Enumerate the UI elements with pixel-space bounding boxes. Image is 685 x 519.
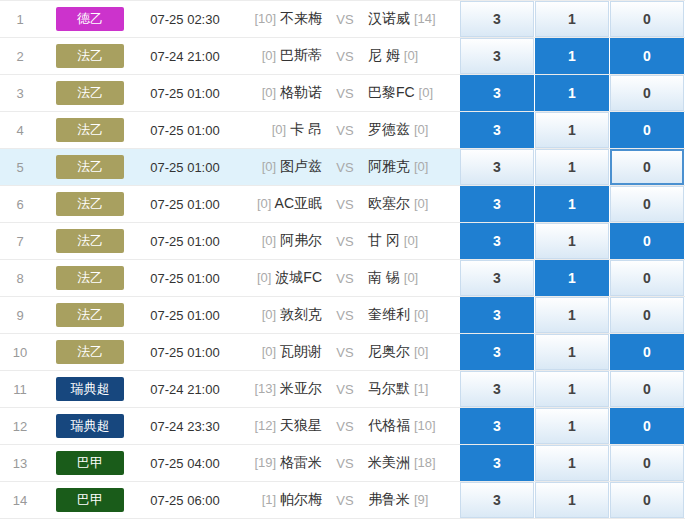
odds-cell-win[interactable]: 3 <box>460 482 535 518</box>
home-team[interactable]: 图卢兹 <box>280 158 322 174</box>
odds-cell-win[interactable]: 3 <box>460 75 535 111</box>
away-team[interactable]: 米美洲 <box>368 454 410 470</box>
league-cell: 巴甲 <box>40 482 140 518</box>
league-badge[interactable]: 法乙 <box>56 44 124 68</box>
home-rank: [0] <box>272 122 286 137</box>
away-team[interactable]: 奎维利 <box>368 306 410 322</box>
away-team[interactable]: 阿雅克 <box>368 158 410 174</box>
league-badge[interactable]: 瑞典超 <box>56 377 124 401</box>
home-team[interactable]: 阿弗尔 <box>280 232 322 248</box>
odds-cell-lose[interactable]: 0 <box>610 482 685 518</box>
away-side: 阿雅克 [0] <box>368 158 460 176</box>
odds-cell-draw[interactable]: 1 <box>535 1 610 37</box>
league-badge[interactable]: 法乙 <box>56 118 124 142</box>
odds-cell-draw[interactable]: 1 <box>535 334 610 370</box>
odds-cell-draw[interactable]: 1 <box>535 75 610 111</box>
row-number: 3 <box>0 75 40 111</box>
league-cell: 法乙 <box>40 149 140 185</box>
table-row: 6 法乙 07-25 01:00 [0] AC亚眠 VS 欧塞尔 [0] 3 1… <box>0 186 685 223</box>
odds-cell-draw[interactable]: 1 <box>535 297 610 333</box>
away-rank: [0] <box>404 233 418 248</box>
odds-cell-lose[interactable]: 0 <box>610 408 685 444</box>
home-team[interactable]: 不来梅 <box>280 10 322 26</box>
league-badge[interactable]: 巴甲 <box>56 488 124 512</box>
odds-cell-draw[interactable]: 1 <box>535 38 610 74</box>
odds-cell-draw[interactable]: 1 <box>535 371 610 407</box>
away-team[interactable]: 尼 姆 <box>368 47 400 63</box>
odds-cell-lose[interactable]: 0 <box>610 75 685 111</box>
league-badge[interactable]: 法乙 <box>56 266 124 290</box>
odds-cell-lose[interactable]: 0 <box>610 371 685 407</box>
match-time: 07-25 01:00 <box>140 75 230 111</box>
away-rank: [1] <box>414 381 428 396</box>
odds-cell-draw[interactable]: 1 <box>535 112 610 148</box>
odds-cell-lose[interactable]: 0 <box>610 334 685 370</box>
odds-cell-lose[interactable]: 0 <box>610 186 685 222</box>
odds-cell-win[interactable]: 3 <box>460 260 535 296</box>
away-team[interactable]: 马尔默 <box>368 380 410 396</box>
league-badge[interactable]: 瑞典超 <box>56 414 124 438</box>
match-time: 07-25 02:30 <box>140 1 230 37</box>
away-team[interactable]: 甘 冈 <box>368 232 400 248</box>
home-team[interactable]: 卡 昂 <box>290 121 322 137</box>
match-teams: [0] 格勒诺 VS 巴黎FC [0] <box>230 75 460 111</box>
odds-cell-lose[interactable]: 0 <box>610 223 685 259</box>
away-team[interactable]: 南 锡 <box>368 269 400 285</box>
away-team[interactable]: 巴黎FC <box>368 84 415 100</box>
home-team[interactable]: 米亚尔 <box>280 380 322 396</box>
league-badge[interactable]: 法乙 <box>56 229 124 253</box>
odds-cell-win[interactable]: 3 <box>460 334 535 370</box>
away-team[interactable]: 罗德兹 <box>368 121 410 137</box>
home-team[interactable]: 格雷米 <box>280 454 322 470</box>
league-badge[interactable]: 法乙 <box>56 155 124 179</box>
league-cell: 法乙 <box>40 75 140 111</box>
home-team[interactable]: 格勒诺 <box>280 84 322 100</box>
odds-cell-win[interactable]: 3 <box>460 38 535 74</box>
home-team[interactable]: AC亚眠 <box>275 195 322 211</box>
odds-cell-lose[interactable]: 0 <box>610 260 685 296</box>
odds-cell-win[interactable]: 3 <box>460 445 535 481</box>
odds-cell-lose[interactable]: 0 <box>610 445 685 481</box>
odds-cell-draw[interactable]: 1 <box>535 482 610 518</box>
away-team[interactable]: 代格福 <box>368 417 410 433</box>
away-team[interactable]: 欧塞尔 <box>368 195 410 211</box>
odds-cell-draw[interactable]: 1 <box>535 223 610 259</box>
match-time: 07-24 21:00 <box>140 38 230 74</box>
odds-cell-win[interactable]: 3 <box>460 297 535 333</box>
odds-cell-lose[interactable]: 0 <box>610 297 685 333</box>
odds-cell-win[interactable]: 3 <box>460 186 535 222</box>
away-team[interactable]: 汉诺威 <box>368 10 410 26</box>
home-team[interactable]: 瓦朗谢 <box>280 343 322 359</box>
odds-cell-draw[interactable]: 1 <box>535 149 610 185</box>
odds-cell-draw[interactable]: 1 <box>535 186 610 222</box>
away-rank: [10] <box>414 418 436 433</box>
home-team[interactable]: 帕尔梅 <box>280 491 322 507</box>
odds-cell-win[interactable]: 3 <box>460 149 535 185</box>
odds-cell-win[interactable]: 3 <box>460 408 535 444</box>
odds-cell-win[interactable]: 3 <box>460 223 535 259</box>
league-badge[interactable]: 法乙 <box>56 81 124 105</box>
away-side: 甘 冈 [0] <box>368 232 460 250</box>
away-team[interactable]: 弗鲁米 <box>368 491 410 507</box>
league-badge[interactable]: 法乙 <box>56 340 124 364</box>
home-team[interactable]: 天狼星 <box>280 417 322 433</box>
odds-cell-lose[interactable]: 0 <box>610 38 685 74</box>
odds-cell-draw[interactable]: 1 <box>535 408 610 444</box>
odds-cell-lose[interactable]: 0 <box>610 1 685 37</box>
away-team[interactable]: 尼奥尔 <box>368 343 410 359</box>
odds-cell-draw[interactable]: 1 <box>535 445 610 481</box>
odds-cell-draw[interactable]: 1 <box>535 260 610 296</box>
home-team[interactable]: 波城FC <box>275 269 322 285</box>
odds-cell-lose[interactable]: 0 <box>610 149 685 185</box>
home-team[interactable]: 巴斯蒂 <box>280 47 322 63</box>
odds-cell-win[interactable]: 3 <box>460 1 535 37</box>
league-badge[interactable]: 德乙 <box>56 7 124 31</box>
home-team[interactable]: 敦刻克 <box>280 306 322 322</box>
league-badge[interactable]: 法乙 <box>56 192 124 216</box>
league-badge[interactable]: 巴甲 <box>56 451 124 475</box>
odds-cell-lose[interactable]: 0 <box>610 112 685 148</box>
odds-cell-win[interactable]: 3 <box>460 371 535 407</box>
odds-cell-win[interactable]: 3 <box>460 112 535 148</box>
away-rank: [0] <box>414 196 428 211</box>
league-badge[interactable]: 法乙 <box>56 303 124 327</box>
